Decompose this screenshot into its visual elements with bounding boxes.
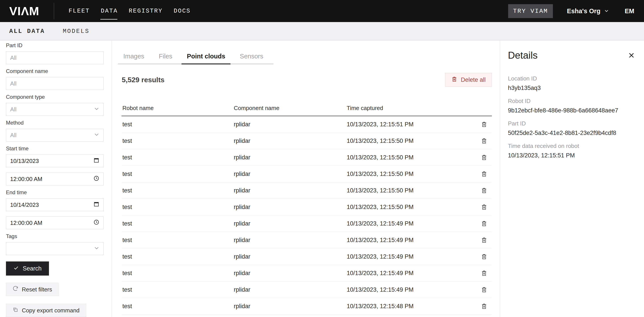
end-time-input[interactable]: 12:00:00 AM (6, 217, 104, 229)
table-row[interactable]: test rplidar 10/13/2023, 12:15:49 PM (122, 249, 492, 265)
cell-time-captured: 10/13/2023, 12:15:49 PM (346, 253, 476, 260)
cell-component-name: rplidar (233, 121, 346, 128)
clock-icon[interactable] (93, 219, 100, 227)
chevron-down-icon (94, 245, 100, 252)
cell-time-captured: 10/13/2023, 12:15:49 PM (346, 270, 476, 277)
delete-row-button[interactable] (481, 270, 488, 277)
table-row[interactable]: test rplidar 10/13/2023, 12:15:49 PM (122, 282, 492, 298)
cell-time-captured: 10/13/2023, 12:15:49 PM (346, 220, 476, 227)
table-row[interactable]: test rplidar 10/13/2023, 12:15:51 PM (122, 116, 492, 133)
clock-icon[interactable] (93, 175, 100, 183)
delete-row-button[interactable] (481, 237, 488, 243)
cell-robot-name: test (122, 171, 233, 177)
cell-time-captured: 10/13/2023, 12:15:50 PM (346, 204, 476, 211)
main-content: Images Files Point clouds Sensors 5,529 … (112, 40, 500, 317)
method-select[interactable]: All (6, 129, 104, 142)
delete-row-button[interactable] (481, 253, 488, 260)
close-icon[interactable] (628, 51, 635, 59)
nav-item-data[interactable]: DATA (101, 8, 118, 14)
cell-component-name: rplidar (233, 253, 346, 260)
try-viam-button[interactable]: TRY VIAM (508, 4, 553, 18)
tags-select[interactable] (6, 242, 104, 255)
cell-component-name: rplidar (233, 286, 346, 293)
tab-images[interactable]: Images (118, 52, 150, 64)
calendar-icon[interactable] (93, 157, 100, 165)
cell-robot-name: test (122, 204, 233, 211)
detail-field-time-received: Time data received on robot 10/13/2023, … (508, 143, 635, 159)
cell-robot-name: test (122, 138, 233, 144)
table-row[interactable]: test rplidar 10/13/2023, 12:15:49 PM (122, 232, 492, 249)
reset-filters-button[interactable]: Reset filters (6, 283, 59, 296)
delete-all-button[interactable]: Delete all (445, 73, 492, 87)
delete-row-button[interactable] (481, 286, 488, 293)
avatar[interactable]: EM (625, 7, 634, 15)
cell-time-captured: 10/13/2023, 12:15:48 PM (346, 303, 476, 310)
delete-row-button[interactable] (481, 303, 488, 310)
cell-component-name: rplidar (233, 220, 346, 227)
cell-time-captured: 10/13/2023, 12:15:50 PM (346, 154, 476, 161)
search-button[interactable]: Search (6, 262, 49, 276)
detail-field-location-id: Location ID h3yb135aq3 (508, 75, 635, 91)
cell-time-captured: 10/13/2023, 12:15:50 PM (346, 187, 476, 194)
table-row[interactable]: test rplidar 10/13/2023, 12:15:49 PM (122, 215, 492, 232)
table-row[interactable]: test rplidar 10/13/2023, 12:15:50 PM (122, 199, 492, 215)
start-date-input[interactable]: 10/13/2023 (6, 155, 104, 167)
table-row[interactable]: test rplidar 10/13/2023, 12:15:50 PM (122, 182, 492, 199)
cell-time-captured: 10/13/2023, 12:15:49 PM (346, 286, 476, 293)
tab-point-clouds[interactable]: Point clouds (182, 52, 230, 64)
detail-field-part-id: Part ID 50f25de2-5a3c-41e2-8b81-23e2f9b4… (508, 120, 635, 136)
table-header: Robot name Component name Time captured (122, 105, 492, 116)
delete-row-button[interactable] (481, 121, 488, 128)
table-row[interactable]: test rplidar 10/13/2023, 12:15:50 PM (122, 133, 492, 149)
results-count: 5,529 results (122, 76, 164, 84)
copy-export-command-button[interactable]: Copy export command (6, 304, 86, 317)
table-row[interactable]: test rplidar 10/13/2023, 12:15:48 PM (122, 298, 492, 315)
tab-models[interactable]: MODELS (63, 28, 90, 35)
org-label: Esha's Org (567, 7, 600, 15)
reset-icon (12, 286, 18, 293)
detail-field-robot-id: Robot ID 9b12ebcf-bfe8-486e-988b-6a66864… (508, 98, 635, 114)
cell-robot-name: test (122, 237, 233, 244)
part-id-input[interactable] (6, 51, 104, 64)
nav-divider (54, 3, 54, 19)
cell-robot-name: test (122, 253, 233, 260)
end-date-input[interactable]: 10/14/2023 (6, 198, 104, 211)
cell-robot-name: test (122, 154, 233, 161)
tab-sensors[interactable]: Sensors (234, 52, 268, 64)
column-component-name: Component name (233, 105, 346, 111)
component-type-label: Component type (6, 94, 104, 100)
trash-icon (451, 76, 458, 84)
delete-row-button[interactable] (481, 171, 488, 177)
org-selector[interactable]: Esha's Org (567, 7, 609, 15)
table-row[interactable]: test rplidar 10/13/2023, 12:15:50 PM (122, 166, 492, 182)
chevron-down-icon (94, 106, 100, 113)
nav-item-fleet[interactable]: FLEET (68, 8, 90, 14)
tags-label: Tags (6, 233, 104, 239)
data-type-tabs: Images Files Point clouds Sensors (118, 52, 274, 64)
cell-robot-name: test (122, 220, 233, 227)
end-time-label: End time (6, 189, 104, 196)
delete-row-button[interactable] (481, 204, 488, 210)
method-label: Method (6, 120, 104, 126)
start-time-input[interactable]: 12:00:00 AM (6, 173, 104, 185)
viam-logo[interactable]: VIΛM (9, 4, 39, 18)
component-type-select[interactable]: All (6, 103, 104, 116)
component-name-input[interactable] (6, 77, 104, 90)
delete-row-button[interactable] (481, 154, 488, 161)
table-row[interactable]: test rplidar 10/13/2023, 12:15:48 PM (122, 315, 492, 317)
cell-time-captured: 10/13/2023, 12:15:50 PM (346, 171, 476, 177)
delete-row-button[interactable] (481, 220, 488, 227)
nav-item-registry[interactable]: REGISTRY (129, 8, 163, 14)
delete-row-button[interactable] (481, 138, 488, 144)
cell-robot-name: test (122, 286, 233, 293)
calendar-icon[interactable] (93, 201, 100, 209)
tab-files[interactable]: Files (154, 52, 178, 64)
cell-component-name: rplidar (233, 204, 346, 211)
table-row[interactable]: test rplidar 10/13/2023, 12:15:50 PM (122, 149, 492, 166)
delete-row-button[interactable] (481, 187, 488, 194)
chevron-down-icon (604, 7, 609, 15)
tab-all-data[interactable]: ALL DATA (9, 28, 45, 35)
nav-item-docs[interactable]: DOCS (174, 8, 190, 14)
details-panel: Details Location ID h3yb135aq3 Robot ID … (500, 40, 644, 317)
table-row[interactable]: test rplidar 10/13/2023, 12:15:49 PM (122, 265, 492, 282)
